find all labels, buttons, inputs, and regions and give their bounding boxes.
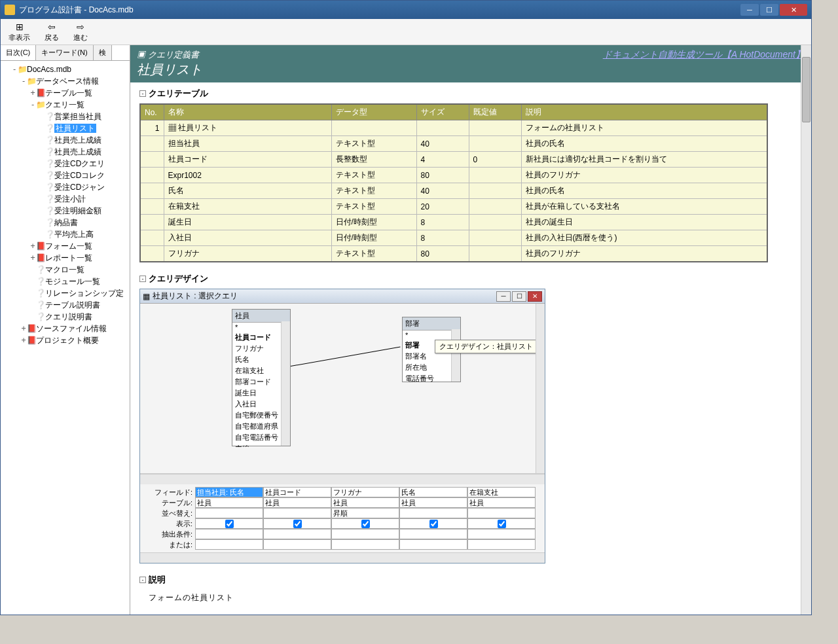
section-explain: 説明	[149, 574, 166, 586]
tree-query-item[interactable]: 受注明細金額	[54, 206, 101, 215]
minimize-button[interactable]: ─	[740, 4, 759, 16]
tree-rel-list[interactable]: リレーションシップ定	[45, 289, 124, 298]
dw-maximize[interactable]: ☐	[512, 291, 526, 302]
grid-cell[interactable]: 社員	[331, 497, 399, 508]
col-type: データ型	[331, 104, 416, 120]
scrollbar[interactable]	[451, 329, 460, 382]
grid-cell[interactable]	[263, 508, 331, 518]
grid-cell[interactable]	[263, 529, 331, 539]
tree-tbl-doc[interactable]: テーブル説明書	[45, 300, 100, 310]
table-row: 在籍支社テキスト型20社員が在籍している支社名	[140, 199, 767, 215]
grid-cell[interactable]: フリガナ	[331, 487, 399, 497]
table-row: Expr1002テキスト型80社員のフリガナ	[140, 168, 767, 183]
tab-keyword[interactable]: キーワード(N)	[36, 45, 93, 60]
grid-cell[interactable]	[263, 539, 331, 550]
tree-query-item[interactable]: 営業担当社員	[54, 112, 101, 121]
table-row: 誕生日日付/時刻型8社員の誕生日	[140, 215, 767, 230]
hide-button[interactable]: ⊞ 非表示	[5, 20, 34, 44]
grid-cell[interactable]	[467, 539, 536, 550]
app-window: プログラム設計書 - DocAcs.mdb ─ ☐ ✕ ⊞ 非表示 ⇦ 戻る ⇨…	[0, 0, 812, 615]
dw-close[interactable]: ✕	[528, 291, 542, 302]
table-row: フリガナテキスト型80社員のフリガナ	[140, 246, 767, 262]
grid-cell[interactable]	[195, 508, 263, 518]
page-header: ▣ クエリ定義書 社員リスト ドキュメント自動生成ツール【A HotDocume…	[130, 45, 811, 82]
tree-view[interactable]: -📁DocAcs.mdb -📁データベース情報 +📕テーブル一覧 -📁クエリ一覧…	[1, 61, 130, 615]
grid-cell[interactable]: 社員	[263, 497, 331, 508]
grid-cell[interactable]: 社員コード	[263, 487, 331, 497]
table-row: 社員コード長整数型40新社員には適切な社員コードを割り当て	[140, 152, 767, 168]
grid-hscroll[interactable]	[140, 552, 545, 563]
tree-qry-doc[interactable]: クエリ説明書	[45, 312, 92, 321]
tree-macro-list[interactable]: マクロ一覧	[45, 265, 84, 274]
table-row: 担当社員テキスト型40社員の氏名	[140, 136, 767, 152]
grid-cell[interactable]: 担当社員: 氏名	[195, 487, 263, 497]
tree-query-list[interactable]: クエリ一覧	[45, 100, 84, 109]
grid-cell[interactable]: 昇順	[331, 508, 399, 518]
grid-cell[interactable]	[399, 508, 467, 518]
grid-cell[interactable]	[399, 518, 467, 529]
tree-report-list[interactable]: レポート一覧	[45, 253, 92, 262]
design-canvas[interactable]: 社員 *社員コードフリガナ氏名在籍支社部署コード誕生日入社日自宅郵便番号自宅都道…	[140, 304, 545, 474]
explain-text: フォームの社員リスト	[139, 590, 802, 606]
tree-module-list[interactable]: モジュール一覧	[45, 277, 100, 286]
tree-source-info[interactable]: ソースファイル情報	[36, 324, 107, 333]
grid-cell[interactable]	[195, 529, 263, 539]
doc-tool-link[interactable]: ドキュメント自動生成ツール【A HotDocument】	[603, 49, 805, 60]
tree-query-item[interactable]: 社員リスト	[54, 124, 96, 133]
grid-cell[interactable]	[399, 539, 467, 550]
back-button[interactable]: ⇦ 戻る	[41, 20, 63, 44]
grid-cell[interactable]	[331, 518, 399, 529]
grid-cell[interactable]	[195, 539, 263, 550]
table-row: 入社日日付/時刻型8社員の入社日(西暦を使う)	[140, 230, 767, 246]
maximize-button[interactable]: ☐	[760, 4, 778, 16]
tree-query-item[interactable]: 納品書	[54, 218, 78, 227]
scrollbar[interactable]	[281, 321, 290, 446]
col-name: 名称	[164, 104, 331, 120]
tree-query-item[interactable]: 受注CDクエリ	[54, 159, 105, 168]
tooltip: クエリデザイン：社員リスト	[435, 340, 537, 353]
col-size: サイズ	[416, 104, 469, 120]
grid-cell[interactable]: 氏名	[399, 487, 467, 497]
grid-cell[interactable]: 社員	[195, 497, 263, 508]
relation-line	[291, 346, 401, 367]
tree-query-item[interactable]: 受注小計	[54, 194, 86, 204]
content-vscroll[interactable]	[801, 45, 811, 615]
grid-cell[interactable]	[399, 529, 467, 539]
grid-cell[interactable]: 社員	[399, 497, 467, 508]
grid-cell[interactable]	[467, 518, 536, 529]
tree-query-item[interactable]: 受注CDコレク	[54, 171, 105, 180]
table-row: 氏名テキスト型40社員の氏名	[140, 183, 767, 199]
grid-cell[interactable]: 社員	[467, 497, 536, 508]
grid-cell[interactable]	[331, 529, 399, 539]
close-button[interactable]: ✕	[780, 4, 807, 16]
grid-cell[interactable]	[331, 539, 399, 550]
grid-cell[interactable]: 在籍支社	[467, 487, 536, 497]
forward-icon: ⇨	[77, 22, 84, 32]
grid-cell[interactable]	[467, 508, 536, 518]
col-default: 既定値	[469, 104, 521, 120]
tree-project[interactable]: プロジェクト概要	[36, 336, 99, 345]
titlebar: プログラム設計書 - DocAcs.mdb ─ ☐ ✕	[1, 1, 811, 19]
tree-query-item[interactable]: 受注CDジャン	[54, 183, 105, 192]
grid-cell[interactable]	[195, 518, 263, 529]
back-icon: ⇦	[48, 22, 56, 32]
dw-minimize[interactable]: ─	[496, 291, 511, 302]
window-title: プログラム設計書 - DocAcs.mdb	[19, 5, 134, 16]
canvas-hscroll[interactable]	[140, 474, 545, 484]
hide-icon: ⊞	[16, 22, 24, 32]
tree-query-item[interactable]: 社員売上成績	[54, 147, 101, 156]
tab-index[interactable]: 検	[94, 45, 112, 60]
tree-query-item[interactable]: 平均売上高	[54, 230, 94, 239]
tree-db-info[interactable]: データベース情報	[36, 77, 99, 86]
grid-cell[interactable]	[263, 518, 331, 529]
grid-cell[interactable]	[467, 529, 536, 539]
tab-contents[interactable]: 目次(C)	[1, 45, 36, 60]
table-box-employee[interactable]: 社員 *社員コードフリガナ氏名在籍支社部署コード誕生日入社日自宅郵便番号自宅都道…	[232, 309, 291, 446]
tree-table-list[interactable]: テーブル一覧	[45, 88, 92, 98]
content-pane: ▣ クエリ定義書 社員リスト ドキュメント自動生成ツール【A HotDocume…	[130, 45, 811, 615]
tree-form-list[interactable]: フォーム一覧	[45, 241, 92, 251]
forward-button[interactable]: ⇨ 進む	[69, 20, 92, 44]
canvas-vscroll[interactable]	[536, 304, 545, 473]
tree-root[interactable]: DocAcs.mdb	[27, 65, 71, 74]
tree-query-item[interactable]: 社員売上成績	[54, 135, 101, 145]
